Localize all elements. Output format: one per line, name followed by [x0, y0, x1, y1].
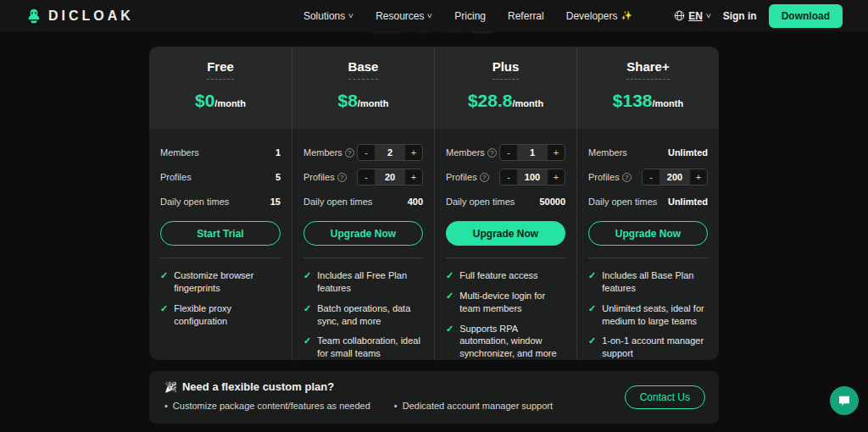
check-icon: ✓: [303, 335, 311, 360]
feature-item: ✓ Customize browser fingerprints: [160, 269, 281, 295]
upgrade-now-button[interactable]: Upgrade Now: [588, 221, 708, 246]
pricing-page: DICLOAK Solutions ∨ Resources ∨ Pricing …: [0, 0, 868, 432]
nav-pricing[interactable]: Pricing: [454, 10, 486, 22]
brand-wordmark: DICLOAK: [48, 8, 134, 24]
chevron-down-icon: ∨: [705, 12, 712, 19]
bullet-dot: •: [164, 401, 168, 411]
header-right: EN ∨ Sign in Download: [674, 4, 843, 28]
spec-row-members: Members ? - 2 +: [303, 143, 423, 162]
check-icon: ✓: [160, 302, 168, 328]
start-trial-button[interactable]: Start Trial: [160, 221, 281, 246]
stepper-plus-button[interactable]: +: [405, 145, 422, 160]
plan-body: Members ? - 2 + Profiles ?: [292, 129, 434, 360]
stepper-minus-button[interactable]: -: [500, 145, 517, 160]
plan-column-plus: Plus $28.8/month Members ? - 1: [434, 47, 576, 360]
sign-in-link[interactable]: Sign in: [723, 10, 757, 22]
nav-resources[interactable]: Resources ∨: [376, 10, 432, 22]
help-icon[interactable]: ?: [480, 173, 489, 182]
plan-price: $0/month: [149, 91, 292, 111]
plan-name: Share+: [626, 59, 669, 80]
upgrade-now-button[interactable]: Upgrade Now: [446, 221, 565, 246]
divider: [446, 258, 565, 258]
language-selector[interactable]: EN ∨: [674, 10, 711, 22]
plan-column-share-plus: Share+ $138/month Members Unlimted Profi…: [576, 47, 719, 360]
check-icon: ✓: [588, 269, 596, 295]
spec-row-profiles: Profiles ? - 200 +: [588, 168, 708, 186]
feature-item: ✓ Includes all Free Plan features: [303, 269, 423, 295]
spec-row-daily-open-times: Daily open times Unlimted: [588, 192, 708, 211]
stepper-plus-button[interactable]: +: [548, 169, 565, 185]
chat-bubble-icon: [837, 394, 851, 407]
stepper-plus-button[interactable]: +: [690, 169, 707, 185]
upgrade-now-button[interactable]: Upgrade Now: [303, 221, 423, 246]
sparkle-icon: ✨: [620, 10, 632, 21]
banner-title: 🎉 Need a flexible custom plan?: [164, 380, 704, 393]
feature-item: ✓ Supports RPA automation, window synchr…: [446, 323, 565, 360]
members-stepper: - 1 +: [499, 144, 565, 161]
main-nav: Solutions ∨ Resources ∨ Pricing Referral…: [303, 10, 632, 22]
stepper-value: 100: [517, 169, 548, 185]
nav-solutions[interactable]: Solutions ∨: [303, 10, 353, 22]
plan-body: Members ? - 1 + Profiles ?: [435, 129, 576, 360]
nav-referral[interactable]: Referral: [508, 10, 544, 22]
help-icon[interactable]: ?: [622, 173, 632, 182]
spec-row-members: Members Unlimted: [588, 143, 708, 162]
top-nav-bar: DICLOAK Solutions ∨ Resources ∨ Pricing …: [0, 0, 868, 31]
feature-list: ✓ Includes all Free Plan features ✓ Batc…: [303, 269, 423, 360]
help-icon[interactable]: ?: [337, 173, 347, 182]
feature-list: ✓ Includes all Base Plan features ✓ Unli…: [588, 269, 708, 360]
plan-header: Free $0/month: [149, 47, 292, 129]
check-icon: ✓: [588, 302, 596, 328]
plan-body: Members 1 Profiles 5 Daily open times 15…: [149, 129, 292, 360]
stepper-plus-button[interactable]: +: [548, 145, 565, 160]
stepper-minus-button[interactable]: -: [643, 169, 659, 185]
banner-bullet: • Customize package content/features as …: [164, 401, 370, 411]
download-button[interactable]: Download: [769, 4, 843, 28]
feature-item: ✓ Full feature access: [446, 269, 565, 282]
chevron-down-icon: ∨: [426, 12, 433, 19]
profiles-stepper: - 200 +: [642, 169, 708, 186]
feature-item: ✓ Batch operations, data sync, and more: [303, 302, 423, 328]
feature-list: ✓ Customize browser fingerprints ✓ Flexi…: [160, 269, 281, 327]
check-icon: ✓: [446, 269, 453, 282]
check-icon: ✓: [446, 323, 453, 360]
spec-row-daily-open-times: Daily open times 15: [160, 192, 281, 211]
plan-header: Plus $28.8/month: [435, 47, 576, 129]
spec-row-daily-open-times: Daily open times 400: [303, 192, 423, 211]
feature-item: ✓ Team collaboration, ideal for small te…: [303, 335, 423, 360]
profiles-stepper: - 100 +: [499, 169, 565, 186]
chat-widget-button[interactable]: [830, 386, 859, 415]
check-icon: ✓: [160, 269, 168, 295]
members-stepper: - 2 +: [357, 144, 423, 161]
stepper-minus-button[interactable]: -: [500, 169, 517, 185]
plan-price: $138/month: [577, 91, 719, 111]
plan-price: $8/month: [292, 91, 434, 111]
brand-icon: [25, 8, 42, 25]
stepper-minus-button[interactable]: -: [358, 145, 375, 160]
spec-row-profiles: Profiles ? - 20 +: [303, 168, 423, 186]
spec-row-profiles: Profiles 5: [160, 168, 281, 186]
nav-developers[interactable]: Developers ✨: [566, 10, 632, 22]
chevron-down-icon: ∨: [348, 12, 354, 19]
spec-row-members: Members ? - 1 +: [446, 143, 565, 162]
plan-header: Base $8/month: [292, 47, 434, 129]
stepper-plus-button[interactable]: +: [405, 169, 422, 185]
help-icon[interactable]: ?: [487, 148, 497, 158]
plan-name: Plus: [492, 59, 520, 80]
stepper-value: 1: [517, 145, 548, 160]
help-icon[interactable]: ?: [345, 148, 354, 158]
contact-us-button[interactable]: Contact Us: [625, 385, 705, 409]
plan-header: Share+ $138/month: [577, 47, 719, 129]
feature-list: ✓ Full feature access ✓ Multi-device log…: [446, 269, 565, 360]
divider: [303, 258, 423, 258]
profiles-stepper: - 20 +: [357, 169, 423, 186]
stepper-value: 20: [375, 169, 405, 185]
plan-name: Free: [207, 59, 234, 80]
spec-row-profiles: Profiles ? - 100 +: [446, 168, 565, 186]
brand-logo[interactable]: DICLOAK: [25, 8, 134, 25]
pricing-table: Free $0/month Members 1 Profiles 5: [149, 47, 719, 360]
celebration-icon: 🎉: [164, 381, 177, 393]
stepper-minus-button[interactable]: -: [358, 169, 375, 185]
divider: [160, 258, 281, 258]
feature-item: ✓ Multi-device login for team members: [446, 290, 565, 315]
